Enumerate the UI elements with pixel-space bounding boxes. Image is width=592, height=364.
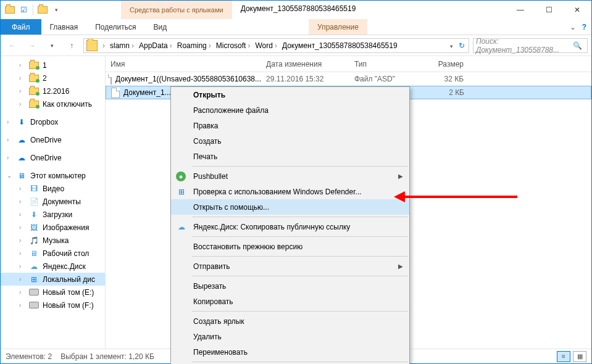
col-name[interactable]: Имя (106, 60, 261, 68)
ribbon-tabs: Файл Главная Поделиться Вид Управление ⌄… (1, 19, 591, 35)
menu-separator (192, 217, 408, 217)
maximize-button[interactable]: ☐ (535, 1, 563, 19)
nav-item[interactable]: ›🎵Музыка (1, 234, 105, 247)
minimize-button[interactable]: — (506, 1, 535, 19)
nav-item[interactable]: ›☁OneDrive (1, 151, 105, 164)
menu-item[interactable]: ●Pushbullet▶ (171, 168, 409, 184)
menu-item[interactable]: Открыть (171, 87, 409, 102)
search-input[interactable]: Поиск: Документ_130558788... 🔍 (473, 38, 588, 53)
menu-item[interactable]: Отправить▶ (171, 259, 409, 274)
col-date[interactable]: Дата изменения (261, 60, 349, 68)
nav-item[interactable]: ›🖥Рабочий стол (1, 247, 105, 260)
crumb-microsoft: Microsoft› (214, 41, 253, 50)
help-icon[interactable]: ? (582, 23, 586, 31)
nav-item[interactable]: ›Как отключить (1, 97, 105, 110)
menu-item[interactable]: Расположение файла (171, 102, 409, 118)
refresh-icon[interactable]: ↻ (459, 41, 465, 50)
menu-item[interactable]: Печать (171, 149, 409, 164)
ribbon-tab-home[interactable]: Главная (41, 19, 87, 35)
up-button[interactable]: ↑ (64, 38, 80, 54)
forward-button[interactable]: → (24, 38, 40, 54)
new-folder-icon[interactable] (37, 4, 48, 15)
menu-separator (192, 311, 408, 312)
folder-icon: 🖼 (29, 223, 39, 233)
ribbon-expand-icon[interactable]: ⌄ (570, 23, 576, 31)
status-count: Элементов: 2 (6, 352, 52, 361)
col-size[interactable]: Размер (419, 60, 469, 68)
menu-item[interactable]: Копировать (171, 294, 409, 309)
menu-separator (192, 362, 408, 362)
nav-item[interactable]: ›1 (1, 59, 105, 72)
nav-item[interactable]: ›12.2016 (1, 85, 105, 97)
window-controls: — ☐ ✕ (506, 1, 591, 19)
back-button[interactable]: ← (4, 38, 20, 54)
navigation-pane[interactable]: ›1›2›12.2016›Как отключить›⬇Dropbox›☁One… (1, 56, 106, 349)
nav-item[interactable]: ›2 (1, 72, 105, 85)
recent-locations-button[interactable]: ▾ (44, 38, 60, 54)
nav-item[interactable]: ⌄🖥Этот компьютер (1, 169, 105, 182)
ribbon-tab-manage[interactable]: Управление (309, 19, 367, 35)
properties-icon[interactable]: ☑ (18, 4, 29, 15)
folder-icon (4, 4, 15, 15)
column-headers[interactable]: Имя Дата изменения Тип Размер (106, 56, 591, 72)
menu-item[interactable]: Восстановить прежнюю версию (171, 239, 409, 254)
table-row[interactable]: Документ_1((Unsaved-305588053610638...29… (106, 72, 591, 86)
onedrive-icon: ☁ (17, 135, 27, 145)
separator (33, 4, 33, 15)
folder-icon: 📄 (29, 197, 39, 207)
folder-icon (29, 75, 39, 82)
nav-item[interactable]: ›☁Яндекс.Диск (1, 260, 105, 273)
menu-item[interactable]: Открыть с помощью... (171, 199, 409, 215)
search-icon: 🔍 (573, 41, 582, 50)
details-view-button[interactable]: ≡ (557, 351, 570, 362)
icons-view-button[interactable]: ▦ (573, 351, 586, 362)
nav-item[interactable]: ›⬇Загрузки (1, 208, 105, 221)
pushbullet-icon: ● (176, 172, 186, 181)
breadcrumb[interactable]: › slamn› AppData› Roaming› Microsoft› Wo… (83, 38, 469, 53)
ribbon-tab-share[interactable]: Поделиться (86, 19, 144, 35)
nav-item[interactable]: ›Новый том (F:) (1, 299, 105, 312)
nav-item[interactable]: ›⊞Локальный дис (1, 273, 105, 286)
defender-icon: ⊞ (176, 186, 187, 197)
ribbon-tab-view[interactable]: Вид (144, 19, 175, 35)
dropdown-icon[interactable]: ▾ (450, 43, 453, 49)
folder-icon (29, 101, 39, 108)
file-icon (110, 74, 112, 85)
close-button[interactable]: ✕ (563, 1, 591, 19)
menu-item[interactable]: ☁Яндекс.Диск: Скопировать публичную ссыл… (171, 219, 409, 234)
crumb-slamn: slamn› (107, 41, 136, 50)
file-icon (111, 88, 120, 98)
nav-item[interactable]: ›📄Документы (1, 195, 105, 208)
context-menu: ОткрытьРасположение файлаПравкаСоздатьПе… (170, 86, 410, 364)
nav-item[interactable]: ›Новый том (E:) (1, 286, 105, 299)
nav-item[interactable]: ›🖼Изображения (1, 221, 105, 234)
folder-icon: ⬇ (29, 210, 39, 220)
menu-item[interactable]: Правка (171, 118, 409, 133)
window-title: Документ_1305587880538465519 (232, 1, 365, 19)
menu-item[interactable]: Вырезать (171, 278, 409, 294)
menu-item[interactable]: Удалить (171, 329, 409, 344)
drive-icon (29, 289, 39, 296)
crumb-current: Документ_1305587880538465519 (280, 41, 400, 50)
quick-access-toolbar: ☑ ▾ (1, 1, 65, 19)
menu-item[interactable]: Создать ярлык (171, 313, 409, 329)
nav-item[interactable]: ›🎞Видео (1, 182, 105, 195)
menu-item[interactable]: Создать (171, 133, 409, 149)
folder-icon: 🎵 (29, 236, 39, 246)
context-tab-group: Средства работы с ярлыками (121, 1, 232, 19)
nav-item[interactable]: ›⬇Dropbox (1, 115, 105, 128)
menu-item[interactable]: Переименовать (171, 344, 409, 360)
folder-icon (29, 62, 39, 69)
drive-icon (29, 302, 39, 308)
folder-icon: ☁ (29, 262, 39, 271)
col-type[interactable]: Тип (349, 60, 419, 68)
address-bar: ← → ▾ ↑ › slamn› AppData› Roaming› Micro… (1, 35, 591, 56)
dropbox-icon: ⬇ (17, 117, 27, 127)
menu-separator (192, 276, 408, 276)
nav-item[interactable]: ›☁OneDrive (1, 133, 105, 146)
menu-item[interactable]: ⊞Проверка с использованием Windows Defen… (171, 184, 409, 199)
caret-down-icon[interactable]: ▾ (51, 4, 62, 15)
folder-icon (86, 40, 98, 51)
file-tab[interactable]: Файл (1, 19, 41, 35)
crumb-appdata: AppData› (136, 41, 175, 50)
